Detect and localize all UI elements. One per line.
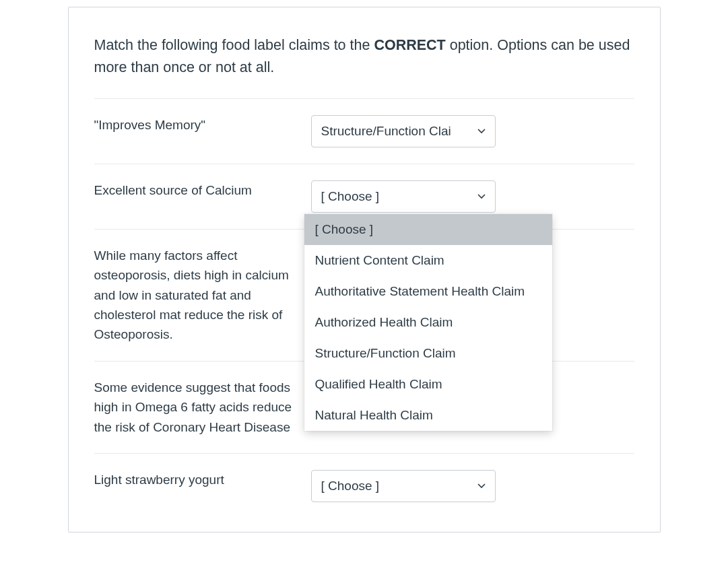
answer-dropdown: [ Choose ] Nutrient Content Claim Author… xyxy=(304,214,552,431)
match-label: Excellent source of Calcium xyxy=(94,180,311,200)
match-label: While many factors affect osteoporosis, … xyxy=(94,246,311,345)
dropdown-option[interactable]: [ Choose ] xyxy=(304,214,552,245)
dropdown-option[interactable]: Natural Health Claim xyxy=(304,400,552,431)
answer-select[interactable]: [ Choose ] xyxy=(311,470,496,502)
dropdown-option[interactable]: Qualified Health Claim xyxy=(304,369,552,400)
match-label: Light strawberry yogurt xyxy=(94,470,311,489)
dropdown-option[interactable]: Authoritative Statement Health Claim xyxy=(304,276,552,307)
dropdown-option[interactable]: Authorized Health Claim xyxy=(304,307,552,338)
question-prompt: Match the following food label claims to… xyxy=(94,34,634,79)
match-rows: "Improves Memory" Structure/Function Cla… xyxy=(94,98,634,519)
select-value: [ Choose ] xyxy=(321,189,380,204)
answer-select[interactable]: Structure/Function Clai xyxy=(311,115,496,147)
chevron-down-icon xyxy=(477,194,486,199)
prompt-text-pre: Match the following food label claims to… xyxy=(94,37,374,53)
dropdown-option[interactable]: Nutrient Content Claim xyxy=(304,245,552,276)
prompt-text-bold: CORRECT xyxy=(374,37,445,53)
select-value: [ Choose ] xyxy=(321,479,380,493)
select-value: Structure/Function Clai xyxy=(321,124,451,139)
match-label: "Improves Memory" xyxy=(94,115,311,135)
chevron-down-icon xyxy=(477,129,486,134)
dropdown-option[interactable]: Structure/Function Claim xyxy=(304,338,552,369)
question-card: Match the following food label claims to… xyxy=(68,7,661,533)
answer-select[interactable]: [ Choose ] xyxy=(311,180,496,213)
match-row: Excellent source of Calcium [ Choose ] [… xyxy=(94,164,634,229)
match-row: "Improves Memory" Structure/Function Cla… xyxy=(94,98,634,164)
match-row: Light strawberry yogurt [ Choose ] xyxy=(94,453,634,518)
match-label: Some evidence suggest that foods high in… xyxy=(94,378,311,437)
chevron-down-icon xyxy=(477,483,486,489)
